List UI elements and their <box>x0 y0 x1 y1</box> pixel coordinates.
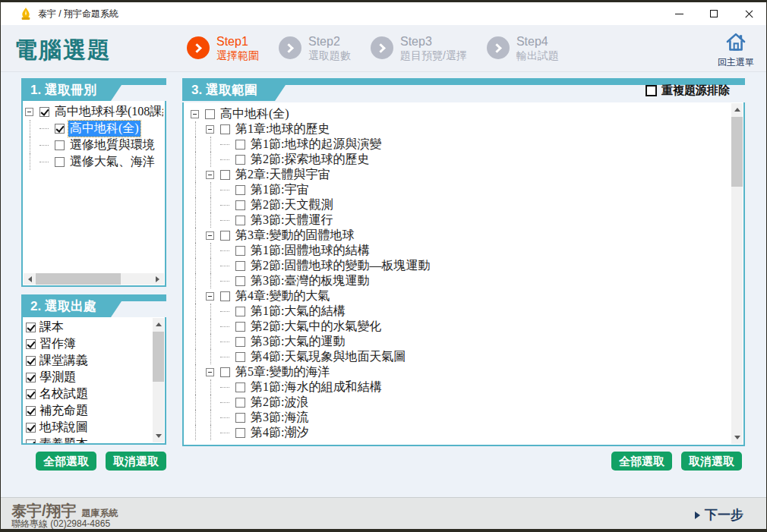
checkbox[interactable] <box>26 389 36 399</box>
step-2[interactable]: Step2 選取題數 <box>279 35 351 61</box>
deselect-scope-button[interactable]: 取消選取 <box>681 452 742 471</box>
tree-label[interactable]: 第3節:天體運行 <box>249 212 334 228</box>
expander-icon[interactable] <box>206 171 214 179</box>
tree-item[interactable]: 高中地科(全) <box>24 120 163 137</box>
expander-icon[interactable] <box>206 292 214 301</box>
checkbox[interactable] <box>235 307 245 316</box>
checkbox[interactable] <box>26 423 36 433</box>
checkbox[interactable] <box>235 140 245 150</box>
tree-label[interactable]: 第1節:宇宙 <box>249 182 310 198</box>
checkbox[interactable] <box>235 261 245 271</box>
tree-item[interactable]: 第3章:變動的固體地球 <box>190 228 730 243</box>
select-all-sources-button[interactable]: 全部選取 <box>36 452 96 471</box>
tree-label[interactable]: 第1節:大氣的結構 <box>249 304 346 320</box>
checkbox[interactable] <box>235 185 245 195</box>
tree-item[interactable]: 第4章:變動的大氣 <box>190 288 730 304</box>
tree-item[interactable]: 第1節:大氣的結構 <box>190 304 730 319</box>
checkbox[interactable] <box>235 337 245 347</box>
exclude-duplicates-checkbox[interactable] <box>645 85 657 96</box>
tree-item[interactable]: 第1節:宇宙 <box>190 182 730 197</box>
source-label[interactable]: 名校試題 <box>39 386 88 402</box>
expander-icon[interactable] <box>206 231 214 240</box>
select-all-scope-button[interactable]: 全部選取 <box>611 452 672 471</box>
tree-item[interactable]: 第1章:地球的歷史 <box>190 121 730 137</box>
step-1[interactable]: Step1 選擇範圍 <box>187 35 259 61</box>
checkbox[interactable] <box>55 140 65 150</box>
v-scroll-thumb[interactable] <box>731 117 743 187</box>
checkbox[interactable] <box>235 322 245 332</box>
tree-item[interactable]: 第1節:地球的起源與演變 <box>190 137 730 152</box>
tree-label[interactable]: 高中地球科學(108課綱) <box>53 104 163 120</box>
source-label[interactable]: 課本 <box>39 320 64 335</box>
scroll-right-icon[interactable] <box>152 273 164 285</box>
maximize-button[interactable] <box>696 2 731 25</box>
tree-label[interactable]: 第4節:潮汐 <box>249 425 310 441</box>
tree-item[interactable]: 第3節:海流 <box>190 410 730 425</box>
tree-label[interactable]: 第4章:變動的大氣 <box>234 288 331 304</box>
minimize-button[interactable] <box>661 2 696 25</box>
tree-item[interactable]: 第3節:大氣的運動 <box>190 334 730 349</box>
checkbox[interactable] <box>26 323 36 332</box>
checkbox[interactable] <box>55 157 65 167</box>
scroll-left-icon[interactable] <box>24 273 36 285</box>
tree-label[interactable]: 第3節:大氣的運動 <box>249 334 346 350</box>
source-item[interactable]: 習作簿 <box>26 335 151 352</box>
tree-label[interactable]: 高中地科(全) <box>219 106 291 122</box>
home-button[interactable]: 回主選單 <box>713 31 759 69</box>
checkbox[interactable] <box>235 155 245 165</box>
tree-item[interactable]: 第3節:天體運行 <box>190 212 730 228</box>
step-3[interactable]: Step3 題目預覽/選擇 <box>371 35 467 61</box>
tree-label[interactable]: 第3節:海流 <box>249 410 310 426</box>
deselect-sources-button[interactable]: 取消選取 <box>106 452 166 471</box>
tree-item[interactable]: 第2節:大氣中的水氣變化 <box>190 319 730 334</box>
tree-item[interactable]: 第5章:變動的海洋 <box>190 364 730 379</box>
source-label[interactable]: 學測題 <box>39 370 76 386</box>
expander-icon[interactable] <box>25 108 33 116</box>
tree-item[interactable]: 高中地球科學(108課綱) <box>24 103 163 120</box>
h-scroll-thumb[interactable] <box>36 273 121 285</box>
scroll-up-icon[interactable] <box>731 103 743 115</box>
checkbox[interactable] <box>235 398 245 408</box>
source-item[interactable]: 補充命題 <box>26 402 151 419</box>
source-item[interactable]: 課本 <box>26 319 151 335</box>
checkbox[interactable] <box>26 439 36 444</box>
checkbox[interactable] <box>26 356 36 366</box>
next-step-button[interactable]: 下一步 <box>695 506 743 524</box>
tree-label[interactable]: 第2章:天體與宇宙 <box>234 167 331 183</box>
v-scroll-thumb[interactable] <box>153 332 164 382</box>
tree-item[interactable]: 第1節:海水的組成和結構 <box>190 379 730 395</box>
checkbox[interactable] <box>235 413 245 423</box>
checkbox[interactable] <box>26 406 36 416</box>
tree-item[interactable]: 第2節:天文觀測 <box>190 197 730 212</box>
expander-icon[interactable] <box>206 125 214 134</box>
source-label[interactable]: 習作簿 <box>39 336 76 352</box>
source-item[interactable]: 地球說圖 <box>26 419 151 436</box>
checkbox[interactable] <box>220 124 230 134</box>
checkbox[interactable] <box>220 170 230 180</box>
checkbox[interactable] <box>235 246 245 256</box>
source-item[interactable]: 素養題本 <box>26 436 151 443</box>
source-item[interactable]: 課堂講義 <box>26 352 151 369</box>
source-label[interactable]: 課堂講義 <box>39 353 88 369</box>
step-4[interactable]: Step4 輸出試題 <box>487 35 559 61</box>
checkbox[interactable] <box>26 373 36 382</box>
source-label[interactable]: 地球說圖 <box>39 420 88 436</box>
tree-label[interactable]: 第2節:探索地球的歷史 <box>249 152 371 168</box>
tree-label[interactable]: 第5章:變動的海洋 <box>234 364 331 380</box>
tree-item[interactable]: 第2節:固體地球的變動—板塊運動 <box>190 258 730 273</box>
tree-label[interactable]: 高中地科(全) <box>68 121 140 137</box>
tree-item[interactable]: 高中地科(全) <box>190 106 730 121</box>
tree-label[interactable]: 選修地質與環境 <box>68 137 156 153</box>
tree-item[interactable]: 第2節:探索地球的歷史 <box>190 152 730 167</box>
tree-item[interactable]: 第4節:天氣現象與地面天氣圖 <box>190 349 730 364</box>
close-button[interactable] <box>731 2 766 25</box>
checkbox[interactable] <box>235 200 245 210</box>
scroll-up-icon[interactable] <box>153 318 164 330</box>
tree-label[interactable]: 第1節:地球的起源與演變 <box>249 137 383 153</box>
tree-label[interactable]: 第2節:波浪 <box>249 395 310 411</box>
tree-label[interactable]: 第3章:變動的固體地球 <box>234 228 355 244</box>
source-label[interactable]: 補充命題 <box>39 403 88 419</box>
tree-label[interactable]: 第1節:海水的組成和結構 <box>249 379 383 395</box>
tree-label[interactable]: 第1章:地球的歷史 <box>234 121 331 137</box>
scroll-down-icon[interactable] <box>731 432 743 444</box>
